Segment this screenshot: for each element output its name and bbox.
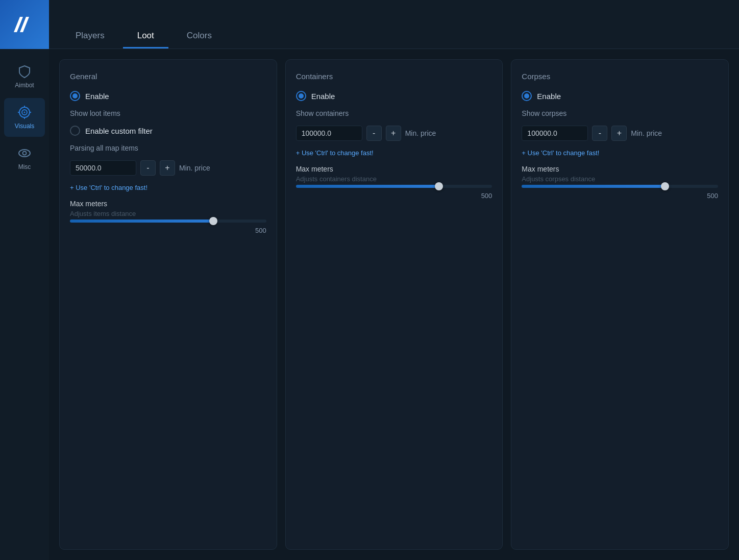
corpses-enable-radio[interactable]: Enable (522, 91, 718, 101)
card-general: General Enable Show loot items Enable cu… (59, 59, 277, 550)
containers-min-price-plus[interactable]: + (386, 126, 401, 141)
general-custom-filter-checkbox-outer (70, 126, 80, 136)
corpses-title: Corpses (522, 72, 718, 81)
shield-icon (17, 64, 32, 79)
card-corpses: Corpses Enable Show corpses - + Min. pri… (511, 59, 729, 550)
general-min-price-plus[interactable]: + (160, 160, 175, 176)
corpses-slider-value: 500 (522, 192, 718, 200)
containers-hint: + Use 'Ctrl' to change fast! (296, 149, 492, 157)
svg-point-4 (24, 112, 26, 113)
containers-enable-radio-outer (296, 91, 306, 101)
containers-min-price-row: - + Min. price (296, 126, 492, 141)
corpses-slider-track[interactable] (522, 185, 718, 188)
sidebar-item-aimbot[interactable]: Aimbot (4, 57, 45, 96)
general-parsing-label: Parsing all map items (70, 144, 266, 152)
corpses-max-meters-label: Max meters (522, 165, 718, 173)
containers-show-label: Show containers (296, 109, 492, 117)
general-enable-radio-inner (72, 93, 78, 99)
corpses-slider-thumb (661, 182, 669, 190)
corpses-show-label: Show corpses (522, 109, 718, 117)
general-custom-filter-label: Enable custom filter (85, 127, 153, 135)
corpses-min-price-input[interactable] (522, 126, 588, 141)
sidebar: Aimbot Visuals Misc (0, 0, 49, 560)
tab-loot[interactable]: Loot (123, 25, 168, 48)
corpses-min-price-row: - + Min. price (522, 126, 718, 141)
sidebar-label-aimbot: Aimbot (15, 82, 34, 89)
top-nav: Players Loot Colors (49, 0, 739, 49)
sidebar-item-misc[interactable]: Misc (4, 139, 45, 178)
containers-min-price-minus[interactable]: - (366, 126, 382, 141)
general-adj-label: Adjusts items distance (70, 210, 266, 217)
containers-title: Containers (296, 72, 492, 81)
corpses-enable-radio-inner (524, 93, 529, 99)
containers-slider-thumb (435, 182, 443, 190)
general-max-meters-label: Max meters (70, 200, 266, 208)
general-slider-thumb (209, 217, 217, 225)
containers-slider-value: 500 (296, 192, 492, 200)
containers-slider-fill (296, 185, 439, 188)
svg-point-10 (23, 152, 27, 155)
content-area: General Enable Show loot items Enable cu… (49, 49, 739, 560)
corpses-slider-container: Max meters Adjusts corpses distance 500 (522, 165, 718, 200)
general-slider-track[interactable] (70, 220, 266, 223)
tab-colors[interactable]: Colors (173, 25, 226, 48)
general-custom-filter-checkbox[interactable]: Enable custom filter (70, 126, 266, 136)
containers-enable-radio[interactable]: Enable (296, 91, 492, 101)
general-enable-radio-outer (70, 91, 80, 101)
corpses-enable-label: Enable (537, 92, 561, 101)
general-title: General (70, 72, 266, 81)
corpses-min-price-label: Min. price (631, 129, 662, 137)
general-slider-fill (70, 220, 213, 223)
containers-enable-radio-inner (299, 93, 304, 99)
svg-point-9 (19, 150, 30, 157)
app-logo (0, 0, 49, 49)
general-slider-container: Max meters Adjusts items distance 500 (70, 200, 266, 234)
containers-slider-track[interactable] (296, 185, 492, 188)
containers-min-price-label: Min. price (405, 129, 436, 137)
general-min-price-row: - + Min. price (70, 160, 266, 176)
corpses-hint: + Use 'Ctrl' to change fast! (522, 149, 718, 157)
corpses-adj-label: Adjusts corpses distance (522, 175, 718, 183)
sidebar-label-visuals: Visuals (15, 123, 34, 130)
corpses-min-price-plus[interactable]: + (611, 126, 627, 141)
containers-enable-label: Enable (311, 92, 335, 101)
eye-icon (17, 146, 32, 160)
corpses-slider-fill (522, 185, 665, 188)
visuals-icon (17, 105, 32, 119)
general-enable-radio[interactable]: Enable (70, 91, 266, 101)
corpses-min-price-minus[interactable]: - (592, 126, 607, 141)
sidebar-label-misc: Misc (18, 163, 31, 171)
general-hint: + Use 'Ctrl' to change fast! (70, 184, 266, 191)
general-show-loot-label: Show loot items (70, 109, 266, 117)
main-content: Players Loot Colors General Enable Show … (49, 0, 739, 560)
corpses-enable-radio-outer (522, 91, 532, 101)
logo-icon (11, 11, 38, 38)
sidebar-item-visuals[interactable]: Visuals (4, 98, 45, 137)
general-enable-label: Enable (85, 92, 109, 101)
containers-max-meters-label: Max meters (296, 165, 492, 173)
general-slider-value: 500 (70, 227, 266, 234)
general-min-price-minus[interactable]: - (140, 160, 156, 176)
general-min-price-input[interactable] (70, 160, 136, 176)
card-containers: Containers Enable Show containers - + Mi… (285, 59, 503, 550)
general-min-price-label: Min. price (179, 164, 210, 172)
tab-players[interactable]: Players (61, 25, 119, 48)
containers-adj-label: Adjusts containers distance (296, 175, 492, 183)
containers-min-price-input[interactable] (296, 126, 362, 141)
containers-slider-container: Max meters Adjusts containers distance 5… (296, 165, 492, 200)
